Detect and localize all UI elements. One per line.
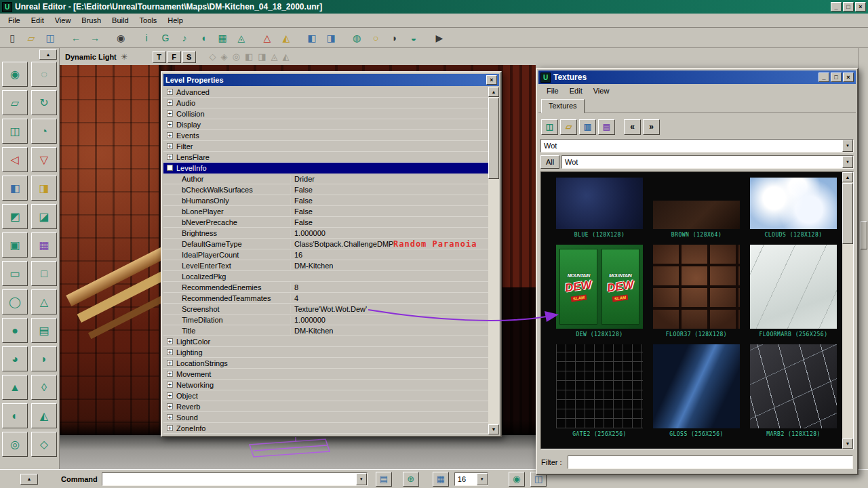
menu-item-view[interactable]: View (50, 14, 77, 26)
camera-speed-icon[interactable]: ◉ (509, 472, 525, 487)
vertex-snap-icon[interactable]: ◇ (210, 52, 216, 61)
property-group-lighting[interactable]: + Lighting (163, 347, 488, 358)
menu-item-edit[interactable]: Edit (26, 14, 50, 26)
property-group-advanced[interactable]: + Advanced (163, 87, 488, 98)
expand-icon[interactable]: + (167, 110, 173, 117)
expand-icon[interactable]: + (167, 360, 173, 366)
textures-scrollbar[interactable]: ▲ ▼ (842, 172, 853, 449)
property-row-recommendedteammates[interactable]: RecommendedTeammates 4 (163, 293, 488, 304)
property-group-movement[interactable]: + Movement (163, 369, 488, 380)
camera-mode-icon[interactable]: ◉ (2, 62, 28, 87)
freehand-polygon-icon[interactable]: ▽ (31, 147, 57, 172)
builder-brush-wireframe[interactable] (247, 436, 349, 464)
brush-scale-icon[interactable]: ▱ (2, 90, 28, 115)
property-row-author[interactable]: Author Drider (163, 174, 488, 184)
mesh-viewer-icon[interactable]: ◍ (348, 30, 366, 46)
properties-scrollbar[interactable]: ▲ ▼ (488, 87, 499, 434)
property-row-bcheckwalksurfaces[interactable]: bCheckWalkSurfaces False (163, 184, 488, 195)
sheet-brush-icon[interactable]: ▭ (2, 261, 28, 286)
package-select[interactable]: Wot ▼ (540, 139, 854, 152)
menu-item-file[interactable]: File (3, 14, 26, 26)
property-group-filter[interactable]: + Filter (163, 141, 488, 152)
light-actor-icon[interactable]: ○ (367, 30, 384, 46)
property-group-object[interactable]: + Object (163, 390, 488, 401)
tab-textures[interactable]: Textures (541, 99, 585, 113)
texture-tile-gate2[interactable]: GATE2 (256X256) (556, 344, 643, 437)
maximize-button[interactable]: □ (843, 2, 854, 12)
preferences-icon[interactable]: ◒ (405, 30, 422, 46)
palette-scroll-down-button[interactable]: ▲ (20, 474, 38, 485)
property-value[interactable]: DM-Kitchen (290, 327, 488, 335)
chevron-down-icon[interactable]: ▼ (842, 156, 853, 168)
scrollbar-thumb[interactable] (488, 98, 499, 179)
texture-tile-floormarb[interactable]: FLOORMARB (256X256) (750, 245, 837, 338)
brush-rotate-icon[interactable]: ↻ (31, 90, 57, 115)
build-geometry-icon[interactable]: △ (258, 30, 276, 46)
property-value[interactable]: 4 (290, 294, 488, 302)
window-titlebar[interactable]: U Unreal Editor - [E:\Editor\UnrealTourn… (0, 0, 868, 14)
property-row-idealplayercount[interactable]: IdealPlayerCount 16 (163, 249, 488, 260)
textures-titlebar[interactable]: U Textures _ □ × (538, 70, 856, 84)
expand-icon[interactable]: + (167, 414, 173, 420)
expand-icon[interactable]: + (167, 132, 173, 138)
texture-pan-icon[interactable]: ◫ (2, 119, 28, 144)
scroll-up-icon[interactable]: ▲ (488, 87, 499, 97)
palette-scroll-up-button[interactable]: ▲ (39, 49, 57, 60)
build-lighting-icon[interactable]: ◭ (277, 30, 295, 46)
sphere-brush-icon[interactable]: ● (2, 318, 28, 343)
add-mover-brush-icon[interactable]: ▦ (31, 232, 57, 258)
texture-tile-floor37[interactable]: FLOOR37 (128X128) (653, 245, 740, 338)
menu-item-file[interactable]: File (541, 85, 564, 97)
scroll-down-icon[interactable]: ▼ (488, 424, 499, 434)
minimize-button[interactable]: _ (818, 73, 829, 82)
property-row-screenshot[interactable]: Screenshot Texture'Wot.Wot.Dew' (163, 304, 488, 314)
command-input[interactable] (105, 475, 356, 483)
property-group-sound[interactable]: + Sound (163, 412, 488, 423)
texture-tile-brown[interactable]: BROWN (128X64) (653, 178, 740, 238)
grid-size-select[interactable]: 16 ▼ (454, 472, 488, 486)
property-row-levelentertext[interactable]: LevelEnterText DM-Kitchen (163, 260, 488, 271)
wireframe-view-icon[interactable]: ◈ (221, 52, 228, 61)
expand-icon[interactable]: + (167, 349, 173, 355)
scroll-up-icon[interactable]: ▲ (842, 172, 853, 182)
chevron-down-icon[interactable]: ▼ (842, 140, 853, 152)
collapse-icon[interactable]: - (167, 165, 173, 171)
chevron-down-icon[interactable]: ▼ (356, 473, 367, 485)
all-groups-button[interactable]: All (540, 155, 559, 169)
actor-properties-icon[interactable]: ⊕ (403, 472, 419, 487)
menu-item-help[interactable]: Help (162, 14, 189, 26)
volumetric-brush-icon[interactable]: ◊ (31, 375, 57, 400)
property-value[interactable]: 16 (290, 251, 488, 259)
curved-stairs-brush-icon[interactable]: ◕ (2, 346, 28, 371)
expand-icon[interactable]: + (167, 425, 173, 431)
menu-item-build[interactable]: Build (106, 14, 134, 26)
filter-input[interactable] (568, 455, 853, 469)
property-group-networking[interactable]: + Networking (163, 380, 488, 390)
expand-icon[interactable]: + (167, 89, 173, 95)
texture-tile-marb2[interactable]: MARB2 (128X128) (750, 344, 837, 437)
property-group-audio[interactable]: + Audio (163, 98, 488, 108)
deintersect-brush-icon[interactable]: ◪ (31, 204, 57, 229)
brush-clip-icon[interactable]: ◁ (2, 147, 28, 172)
realtime-preview-icon[interactable]: ◭ (283, 52, 290, 61)
property-group-zoneinfo[interactable]: + ZoneInfo (163, 423, 488, 434)
property-value[interactable]: False (290, 197, 488, 205)
sheet-view-icon[interactable]: ◨ (258, 52, 266, 61)
scroll-down-icon[interactable]: ▼ (842, 439, 853, 449)
music-browser-icon[interactable]: ♪ (176, 30, 193, 46)
property-value[interactable]: DM-Kitchen (290, 262, 488, 270)
expand-icon[interactable]: + (167, 371, 173, 377)
actor-class-browser-icon[interactable]: i (138, 30, 155, 46)
subtract-brush-icon[interactable]: ◨ (31, 176, 57, 201)
prev-group-icon[interactable]: « (624, 119, 641, 135)
menu-item-edit[interactable]: Edit (564, 85, 588, 97)
texture-rotate-icon[interactable]: ◔ (31, 119, 57, 144)
grid-snap-icon[interactable]: ▦ (433, 472, 449, 487)
expand-icon[interactable]: + (167, 100, 173, 106)
package-properties-icon[interactable]: ▤ (598, 119, 615, 135)
close-button[interactable]: × (855, 2, 866, 12)
open-package-icon[interactable]: ▱ (560, 119, 577, 135)
close-button[interactable]: × (486, 75, 497, 85)
group-browser-icon[interactable]: G (157, 30, 174, 46)
property-group-levelinfo[interactable]: - LevelInfo (163, 163, 488, 174)
